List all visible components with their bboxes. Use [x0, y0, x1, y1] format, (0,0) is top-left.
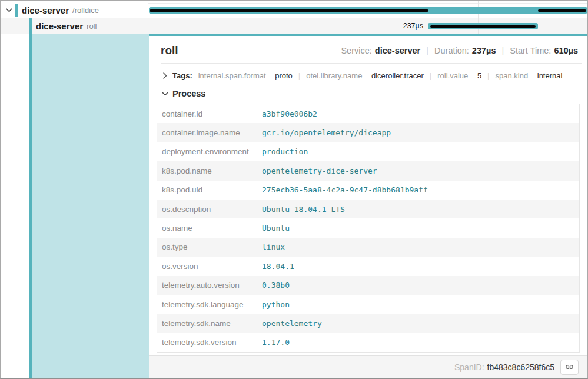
process-key: container.image.name	[157, 128, 257, 137]
tag-value: diceroller.tracer	[371, 71, 424, 80]
link-icon	[564, 362, 574, 372]
timeline-grid-line	[258, 1, 258, 34]
process-row: telemetry.sdk.languagepython	[157, 295, 579, 314]
process-value: opentelemetry	[257, 319, 579, 328]
tags-heading: Tags:	[172, 71, 192, 80]
process-row: k8s.pod.nameopentelemetry-dice-server	[157, 161, 579, 180]
tree-indent-guide	[16, 18, 16, 378]
process-key: telemetry.sdk.name	[157, 319, 257, 328]
process-key: telemetry.sdk.version	[157, 338, 257, 347]
process-accordion-toggle[interactable]: Process	[161, 87, 578, 100]
trace-detail-window: dice-server /rolldice dice-server roll 2…	[0, 0, 588, 379]
process-value: Ubuntu 18.04.1 LTS	[257, 205, 579, 214]
service-value: dice-server	[375, 46, 420, 55]
spanid-value: fb483c8c6258f6c5	[487, 363, 554, 372]
header-divider	[161, 63, 582, 64]
process-row: telemetry.sdk.version1.17.0	[157, 333, 579, 352]
tags-accordion-toggle[interactable]: Tags: internal.span.format=proto|otel.li…	[161, 68, 578, 83]
process-key: k8s.pod.uid	[157, 185, 257, 194]
span-tree-row-parent[interactable]: dice-server /rolldice	[1, 3, 148, 18]
tag-pair: otel.library.name=diceroller.tracer	[306, 71, 424, 80]
process-value: python	[257, 300, 579, 309]
tag-pair: roll.value=5	[437, 71, 481, 80]
process-row: container.ida3bf90e006b2	[157, 104, 579, 123]
process-value: 0.38b0	[257, 281, 579, 290]
process-value: 18.04.1	[257, 262, 579, 271]
span-overview-meta: Service: dice-server | Duration: 237µs |…	[341, 46, 578, 55]
tag-separator: |	[298, 71, 300, 80]
tag-key: roll.value	[437, 71, 468, 80]
process-key: os.name	[157, 224, 257, 232]
span-detail-title: roll	[161, 44, 178, 57]
process-key: container.id	[157, 109, 257, 118]
tag-equals: =	[530, 71, 535, 80]
process-key: k8s.pod.name	[157, 167, 257, 175]
process-heading: Process	[172, 89, 205, 98]
process-value: gcr.io/opentelemetry/diceapp	[257, 128, 579, 137]
process-value: linux	[257, 242, 579, 251]
process-value: opentelemetry-dice-server	[257, 167, 579, 175]
process-key: os.description	[157, 205, 257, 214]
span-self-time-segment	[430, 25, 536, 28]
detail-footer: SpanID: fb483c8c6258f6c5	[149, 355, 587, 378]
service-color-bar	[15, 4, 18, 17]
name-column-divider[interactable]	[148, 1, 148, 34]
process-table: container.ida3bf90e006b2container.image.…	[157, 104, 580, 353]
service-name: dice-server	[22, 5, 69, 15]
process-row: os.typelinux	[157, 238, 579, 257]
process-row: os.version18.04.1	[157, 257, 579, 275]
meta-separator: |	[426, 46, 428, 55]
process-value: 275ecb36-5aa8-4c2a-9c47-d8bb681b9aff	[257, 185, 579, 194]
tag-key: internal.span.format	[198, 71, 266, 80]
duration-label: Duration:	[434, 46, 469, 55]
process-row: telemetry.sdk.nameopentelemetry	[157, 314, 579, 333]
chevron-down-icon[interactable]	[5, 6, 13, 15]
span-self-time-segment	[538, 9, 586, 12]
tag-value: internal	[537, 71, 563, 80]
process-value: Ubuntu	[257, 224, 579, 232]
process-key: telemetry.sdk.language	[157, 300, 257, 309]
process-value: production	[257, 147, 579, 156]
tag-value: proto	[275, 71, 293, 80]
process-key: os.type	[157, 242, 257, 251]
meta-separator: |	[501, 46, 504, 55]
tag-pair: span.kind=internal	[496, 71, 563, 80]
process-value: a3bf90e006b2	[257, 109, 579, 118]
process-key: deployment.environment	[157, 147, 257, 156]
start-time-value: 610µs	[554, 46, 578, 55]
tag-separator: |	[430, 71, 431, 80]
process-row: k8s.pod.uid275ecb36-5aa8-4c2a-9c47-d8bb6…	[157, 181, 579, 200]
process-value: 1.17.0	[257, 338, 579, 347]
selected-span-highlight	[32, 34, 149, 378]
tag-value: 5	[477, 71, 481, 80]
deep-link-button[interactable]	[560, 360, 579, 375]
service-name: dice-server	[36, 21, 83, 31]
chevron-down-icon	[161, 89, 169, 98]
operation-name: /rolldice	[72, 6, 99, 15]
span-detail-panel: roll Service: dice-server | Duration: 23…	[149, 34, 587, 378]
operation-name: roll	[87, 22, 97, 31]
spanid-label: SpanID:	[454, 363, 484, 372]
service-label: Service:	[341, 46, 371, 55]
process-key: telemetry.auto.version	[157, 281, 257, 290]
chevron-right-icon	[161, 71, 169, 79]
tag-separator: |	[487, 71, 489, 80]
process-row: os.nameUbuntu	[157, 218, 579, 237]
tag-key: otel.library.name	[306, 71, 362, 80]
duration-value: 237µs	[472, 46, 496, 55]
process-row: telemetry.auto.version0.38b0	[157, 276, 579, 295]
tag-equals: =	[364, 71, 369, 80]
span-self-time-segment	[150, 9, 428, 12]
service-color-bar	[29, 18, 32, 34]
detail-header: roll Service: dice-server | Duration: 23…	[161, 44, 578, 57]
tags-list: internal.span.format=proto|otel.library.…	[192, 71, 563, 80]
tag-key: span.kind	[496, 71, 529, 80]
start-time-label: Start Time:	[510, 46, 551, 55]
process-row: os.descriptionUbuntu 18.04.1 LTS	[157, 200, 579, 218]
child-span-duration-label: 237µs	[348, 22, 423, 30]
tag-equals: =	[268, 71, 273, 80]
process-key: os.version	[157, 262, 257, 271]
span-tree-row-child[interactable]: dice-server roll	[1, 18, 148, 34]
tag-equals: =	[470, 71, 475, 80]
process-row: deployment.environmentproduction	[157, 142, 579, 161]
